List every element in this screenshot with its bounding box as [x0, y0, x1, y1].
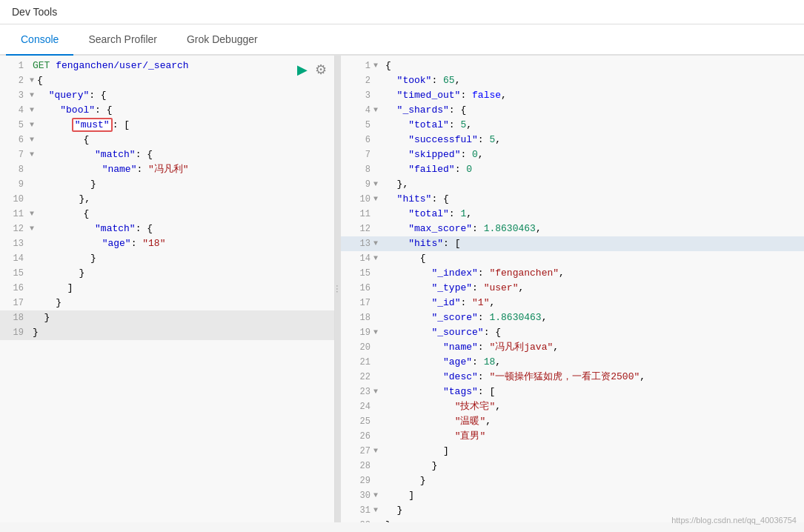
left-content-10: },: [30, 192, 334, 207]
right-arrow-31[interactable]: ▼: [373, 503, 384, 518]
right-arrow-10[interactable]: ▼: [373, 192, 384, 207]
right-arrow-14[interactable]: ▼: [373, 251, 384, 266]
right-linenum-26: 26: [341, 429, 373, 444]
right-linenum-30: 30: [341, 488, 373, 503]
right-linenum-10: 10: [341, 192, 373, 207]
left-content-18: }: [30, 310, 334, 325]
right-linenum-28: 28: [341, 459, 373, 473]
left-linenum-14: 14: [0, 251, 30, 266]
right-line-20: 20 "name": "冯凡利java",: [341, 340, 804, 355]
right-arrow-30[interactable]: ▼: [373, 488, 384, 503]
right-line-21: 21 "age": 18,: [341, 355, 804, 370]
left-linenum-18: 18: [0, 310, 30, 325]
right-panel: 1 ▼ { 2 "took": 65, 3 "timed_out": false…: [341, 56, 804, 522]
settings-button[interactable]: ⚙: [313, 60, 328, 79]
left-line-19: 19 }: [0, 325, 334, 340]
left-panel: ▶ ⚙ 1 GET fenganchen/user/_search 2 ▼ { …: [0, 56, 335, 522]
right-line-14: 14 ▼ {: [341, 251, 804, 266]
tab-grok-debugger[interactable]: Grok Debugger: [172, 24, 273, 56]
left-line-12: 12 ▼ "match": {: [0, 222, 334, 236]
right-content-17: "_id": "1",: [384, 296, 804, 310]
right-arrow-13[interactable]: ▼: [373, 236, 384, 251]
right-linenum-1: 1: [341, 59, 373, 73]
editor-toolbar: ▶ ⚙: [296, 60, 328, 79]
right-line-11: 11 "total": 1,: [341, 207, 804, 222]
right-linenum-29: 29: [341, 473, 373, 488]
drag-handle[interactable]: ···: [335, 56, 341, 522]
right-line-23: 23 ▼ "tags": [: [341, 385, 804, 399]
right-arrow-27[interactable]: ▼: [373, 444, 384, 459]
right-linenum-22: 22: [341, 370, 373, 385]
left-linenum-17: 17: [0, 296, 30, 310]
right-linenum-27: 27: [341, 444, 373, 459]
right-line-5: 5 "total": 5,: [341, 118, 804, 133]
right-line-10: 10 ▼ "hits": {: [341, 192, 804, 207]
left-line-9: 9 }: [0, 177, 334, 192]
right-line-22: 22 "desc": "一顿操作猛如虎，一看工资2500",: [341, 370, 804, 385]
right-linenum-24: 24: [341, 399, 373, 414]
left-linenum-4: 4: [0, 103, 30, 118]
tab-console[interactable]: Console: [6, 24, 73, 56]
left-linenum-9: 9: [0, 177, 30, 192]
right-content-27: ]: [384, 444, 804, 459]
run-button[interactable]: ▶: [296, 60, 309, 79]
right-content-29: }: [384, 473, 804, 488]
left-content-9: }: [30, 177, 334, 192]
left-line-17: 17 }: [0, 296, 334, 310]
right-content-16: "_type": "user",: [384, 281, 804, 296]
right-linenum-9: 9: [341, 177, 373, 192]
left-line-5: 5 ▼ "must": [: [0, 118, 334, 133]
left-content-7: "match": {: [34, 147, 334, 162]
right-arrow-19[interactable]: ▼: [373, 325, 384, 340]
right-content-24: "技术宅",: [384, 399, 804, 414]
left-content-15: }: [30, 266, 334, 281]
tab-bar: Console Search Profiler Grok Debugger: [0, 24, 804, 56]
right-content-2: "took": 65,: [384, 73, 804, 88]
right-linenum-2: 2: [341, 73, 373, 88]
left-line-6: 6 ▼ {: [0, 133, 334, 147]
right-content-8: "failed": 0: [384, 162, 804, 177]
left-line-3: 3 ▼ "query": {: [0, 88, 334, 103]
right-linenum-3: 3: [341, 88, 373, 103]
left-line-1: 1 GET fenganchen/user/_search: [0, 59, 334, 73]
right-linenum-31: 31: [341, 503, 373, 518]
right-content-13: "hits": [: [384, 236, 804, 251]
right-content-4: "_shards": {: [384, 103, 804, 118]
right-arrow-1[interactable]: ▼: [373, 59, 384, 73]
right-linenum-17: 17: [341, 296, 373, 310]
right-content-10: "hits": {: [384, 192, 804, 207]
right-content-21: "age": 18,: [384, 355, 804, 370]
right-linenum-12: 12: [341, 222, 373, 236]
right-linenum-25: 25: [341, 414, 373, 429]
right-content-19: "_source": {: [384, 325, 804, 340]
right-content-26: "直男": [384, 429, 804, 444]
left-content-2: {: [34, 73, 334, 88]
left-line-15: 15 }: [0, 266, 334, 281]
right-line-18: 18 "_score": 1.8630463,: [341, 310, 804, 325]
right-line-27: 27 ▼ ]: [341, 444, 804, 459]
right-linenum-5: 5: [341, 118, 373, 133]
left-content-3: "query": {: [34, 88, 334, 103]
right-content-20: "name": "冯凡利java",: [384, 340, 804, 355]
right-line-7: 7 "skipped": 0,: [341, 147, 804, 162]
right-line-12: 12 "max_score": 1.8630463,: [341, 222, 804, 236]
left-linenum-13: 13: [0, 236, 30, 251]
right-arrow-9[interactable]: ▼: [373, 177, 384, 192]
right-line-15: 15 "_index": "fenganchen",: [341, 266, 804, 281]
right-arrow-4[interactable]: ▼: [373, 103, 384, 118]
right-line-24: 24 "技术宅",: [341, 399, 804, 414]
left-content-16: ]: [30, 281, 334, 296]
left-line-18: 18 }: [0, 310, 334, 325]
right-linenum-20: 20: [341, 340, 373, 355]
right-linenum-23: 23: [341, 385, 373, 399]
tab-search-profiler[interactable]: Search Profiler: [73, 24, 172, 56]
left-content-13: "age": "18": [30, 236, 334, 251]
left-line-16: 16 ]: [0, 281, 334, 296]
right-content-15: "_index": "fenganchen",: [384, 266, 804, 281]
left-line-7: 7 ▼ "match": {: [0, 147, 334, 162]
right-line-26: 26 "直男": [341, 429, 804, 444]
right-arrow-23[interactable]: ▼: [373, 385, 384, 399]
left-linenum-7: 7: [0, 147, 30, 162]
right-linenum-7: 7: [341, 147, 373, 162]
right-content-23: "tags": [: [384, 385, 804, 399]
